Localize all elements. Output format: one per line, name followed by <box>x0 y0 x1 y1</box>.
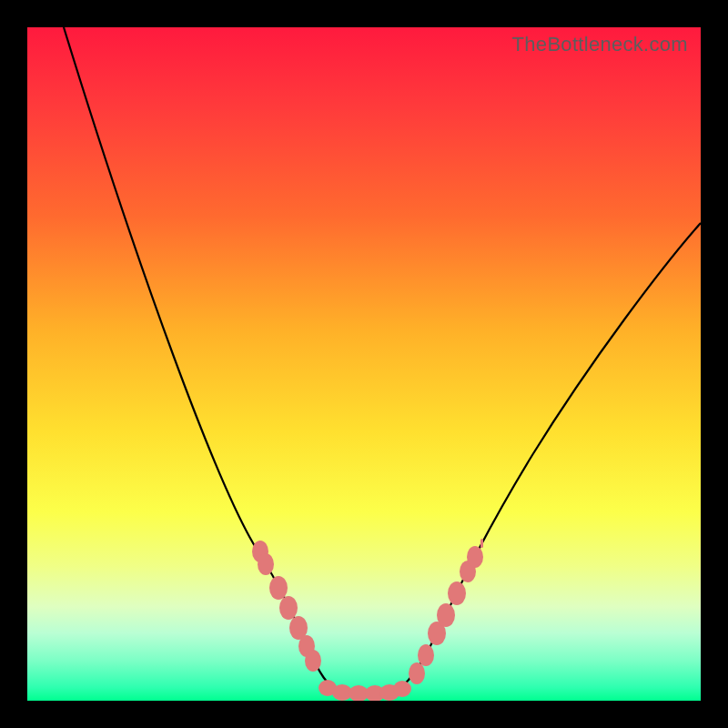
svg-point-1 <box>258 553 274 575</box>
chart-frame: TheBottleneck.com <box>0 0 728 728</box>
plot-area: TheBottleneck.com <box>27 27 701 701</box>
bottleneck-curve-path <box>64 27 701 693</box>
svg-point-14 <box>418 644 434 666</box>
svg-point-16 <box>437 603 455 627</box>
svg-point-6 <box>305 650 321 672</box>
bottleneck-chart <box>27 27 701 701</box>
marker-cluster-bottom <box>318 680 411 701</box>
svg-point-3 <box>279 596 298 620</box>
svg-point-13 <box>409 662 425 684</box>
svg-point-2 <box>269 576 288 600</box>
svg-point-19 <box>467 546 483 568</box>
svg-point-12 <box>393 681 411 697</box>
marker-cluster-right <box>409 539 483 684</box>
marker-cluster-left <box>252 541 321 672</box>
svg-point-17 <box>448 581 466 605</box>
svg-rect-20 <box>480 539 483 548</box>
